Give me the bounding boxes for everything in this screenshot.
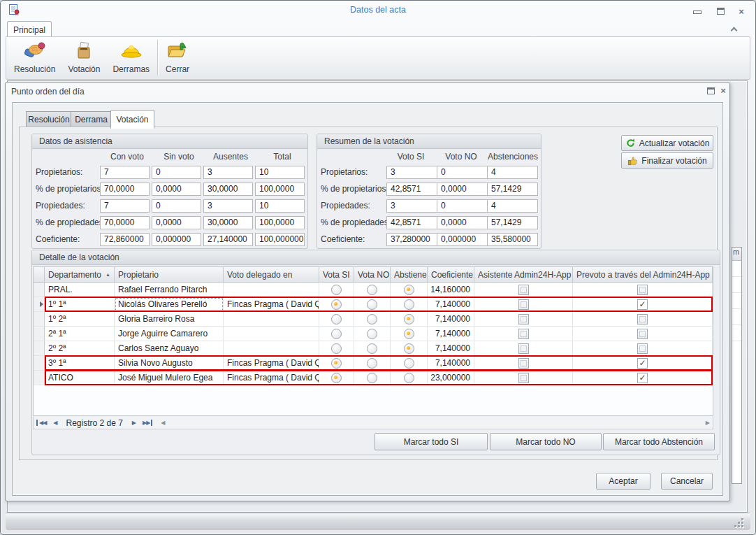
- asistente-checkbox[interactable]: [518, 314, 529, 324]
- stat-field[interactable]: 0: [152, 199, 201, 213]
- vota-no-radio[interactable]: [367, 299, 377, 310]
- titlebar[interactable]: Datos del acta ×: [0, 0, 756, 20]
- cell-asistente[interactable]: [474, 371, 573, 385]
- cell-delegado[interactable]: Fincas Pragma ( David Q...: [224, 297, 319, 312]
- aceptar-button[interactable]: Aceptar: [596, 473, 650, 490]
- asistente-checkbox[interactable]: [518, 373, 529, 383]
- cell-coeficiente[interactable]: 7,140000: [428, 297, 474, 312]
- abstiene-radio[interactable]: [404, 299, 414, 310]
- prevoto-checkbox[interactable]: [637, 373, 648, 383]
- vota-no-radio[interactable]: [367, 358, 377, 369]
- stat-field[interactable]: 3: [203, 166, 253, 179]
- close-button[interactable]: ×: [732, 6, 750, 17]
- cell-prevoto[interactable]: [573, 341, 713, 356]
- stat-field[interactable]: 0: [152, 166, 201, 179]
- vota-no-radio[interactable]: [367, 314, 377, 324]
- cell-abstiene[interactable]: [391, 327, 428, 341]
- stat-field[interactable]: 35,580000: [487, 233, 538, 246]
- vota-si-radio[interactable]: [331, 299, 342, 310]
- stat-field[interactable]: 0,0000: [437, 183, 488, 196]
- cell-departamento[interactable]: 1º 1ª: [45, 297, 115, 312]
- nav-first-button[interactable]: ◀◀: [36, 420, 50, 426]
- asistente-checkbox[interactable]: [518, 299, 529, 310]
- ribbon-button-cerrar[interactable]: Cerrar: [159, 38, 196, 77]
- prevoto-checkbox[interactable]: [637, 329, 648, 339]
- cell-prevoto[interactable]: [573, 297, 713, 312]
- cell-asistente[interactable]: [474, 283, 573, 297]
- asistente-checkbox[interactable]: [518, 358, 529, 369]
- cell-delegado[interactable]: Fincas Pragma ( David Q...: [224, 356, 319, 371]
- vota-no-radio[interactable]: [367, 285, 377, 295]
- stat-field[interactable]: 30,0000: [203, 216, 253, 229]
- column-header-coeficiente[interactable]: Coeficiente: [428, 267, 474, 283]
- cell-prevoto[interactable]: [573, 356, 713, 371]
- cell-delegado[interactable]: [224, 283, 319, 297]
- cell-prevoto[interactable]: [573, 327, 713, 341]
- ribbon-button-derramas[interactable]: Derramas: [106, 38, 156, 77]
- cell-vota-si[interactable]: [319, 283, 354, 297]
- cell-coeficiente[interactable]: 7,140000: [428, 327, 474, 341]
- abstiene-radio[interactable]: [404, 314, 414, 324]
- cell-delegado[interactable]: Fincas Pragma ( David Q...: [224, 371, 319, 385]
- column-header-delegado[interactable]: Voto delegado en: [224, 267, 319, 283]
- cell-asistente[interactable]: [474, 341, 573, 356]
- ribbon-button-votacion[interactable]: Votación: [61, 38, 106, 77]
- cell-vota-si[interactable]: [319, 356, 354, 371]
- stat-field[interactable]: 3: [203, 199, 253, 213]
- marcar-todo-abstencion-button[interactable]: Marcar todo Abstención: [603, 433, 715, 450]
- actualizar-votacion-button[interactable]: Actualizar votación: [621, 135, 713, 151]
- cell-prevoto[interactable]: [573, 312, 713, 327]
- cell-delegado[interactable]: [224, 327, 319, 341]
- cell-vota-no[interactable]: [354, 312, 391, 327]
- column-header-prevoto[interactable]: Prevoto a través del Admin24H-App: [573, 267, 713, 283]
- abstiene-radio[interactable]: [404, 358, 414, 369]
- table-row[interactable]: 1º 2ª Gloria Barreiro Rosa 7,140000: [34, 312, 713, 327]
- table-row[interactable]: PRAL. Rafael Ferrando Pitarch 14,160000: [34, 283, 713, 297]
- cell-coeficiente[interactable]: 7,140000: [428, 312, 474, 327]
- stat-field[interactable]: 0,0000: [437, 216, 488, 229]
- table-row[interactable]: 3º 1ª Silvia Novo Augusto Fincas Pragma …: [34, 356, 713, 371]
- column-header-propietario[interactable]: Propietario: [115, 267, 224, 283]
- cell-abstiene[interactable]: [391, 341, 428, 356]
- cell-vota-no[interactable]: [354, 327, 391, 341]
- stat-field[interactable]: 7: [100, 166, 150, 179]
- vota-si-radio[interactable]: [331, 285, 342, 295]
- cell-coeficiente[interactable]: 7,140000: [428, 356, 474, 371]
- vota-no-radio[interactable]: [367, 329, 377, 339]
- nav-last-button[interactable]: ▶▶: [139, 420, 152, 426]
- vota-no-radio[interactable]: [367, 373, 377, 383]
- nav-prev-button[interactable]: ◀: [50, 420, 60, 426]
- stat-field[interactable]: 4: [487, 199, 538, 213]
- tab-votacion[interactable]: Votación: [110, 110, 154, 129]
- stat-field[interactable]: 7: [100, 199, 150, 213]
- ribbon-tab-principal[interactable]: Principal: [7, 21, 52, 38]
- resize-grip[interactable]: [734, 518, 743, 527]
- stat-field[interactable]: 27,140000: [203, 233, 253, 246]
- hscroll-left-arrow-icon[interactable]: ◀: [158, 420, 168, 426]
- stat-field[interactable]: 0,0000: [152, 183, 201, 196]
- vota-no-radio[interactable]: [367, 343, 377, 354]
- cell-vota-no[interactable]: [354, 356, 391, 371]
- abstiene-radio[interactable]: [404, 329, 414, 339]
- vota-si-radio[interactable]: [331, 358, 342, 369]
- asistente-checkbox[interactable]: [518, 285, 529, 295]
- vota-si-radio[interactable]: [331, 314, 342, 324]
- stat-field[interactable]: 10: [255, 199, 305, 213]
- nav-next-button[interactable]: ▶: [129, 420, 139, 426]
- cell-asistente[interactable]: [474, 297, 573, 312]
- stat-field[interactable]: 42,8571: [386, 183, 437, 196]
- stat-field[interactable]: 100,0000: [255, 183, 305, 196]
- table-row[interactable]: 2º 2ª Carlos Saenz Aguayo 7,140000: [34, 341, 713, 356]
- cell-departamento[interactable]: ATICO: [45, 371, 115, 385]
- cell-vota-no[interactable]: [354, 341, 391, 356]
- cell-prevoto[interactable]: [573, 371, 713, 385]
- cell-asistente[interactable]: [474, 356, 573, 371]
- marcar-todo-no-button[interactable]: Marcar todo NO: [490, 433, 602, 450]
- cell-propietario[interactable]: Silvia Novo Augusto: [115, 356, 224, 371]
- abstiene-radio[interactable]: [404, 285, 414, 295]
- stat-field[interactable]: 100,000000: [255, 233, 305, 246]
- stat-field[interactable]: 57,1429: [487, 183, 538, 196]
- ribbon-button-resolucion[interactable]: Resolución: [8, 38, 61, 77]
- cell-propietario[interactable]: José Miguel Mulero Egea: [115, 371, 224, 385]
- cell-propietario[interactable]: Nicolás Olivares Perelló: [115, 297, 224, 312]
